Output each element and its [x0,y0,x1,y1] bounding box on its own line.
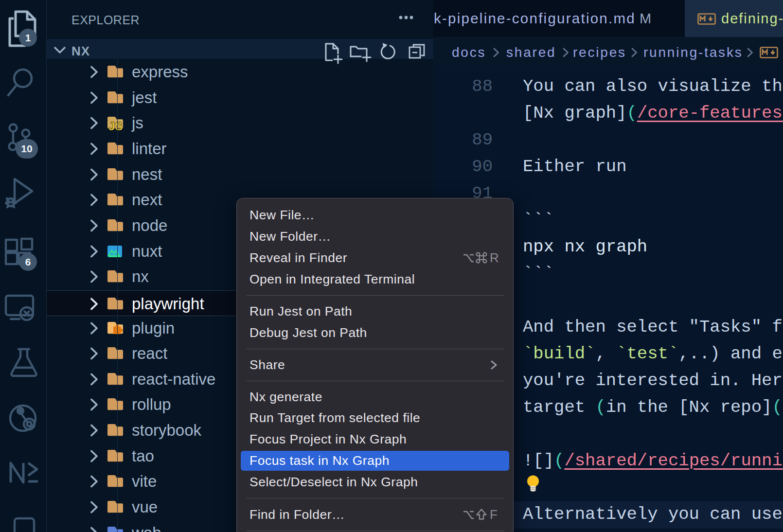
svg-text:JS: JS [108,120,123,132]
